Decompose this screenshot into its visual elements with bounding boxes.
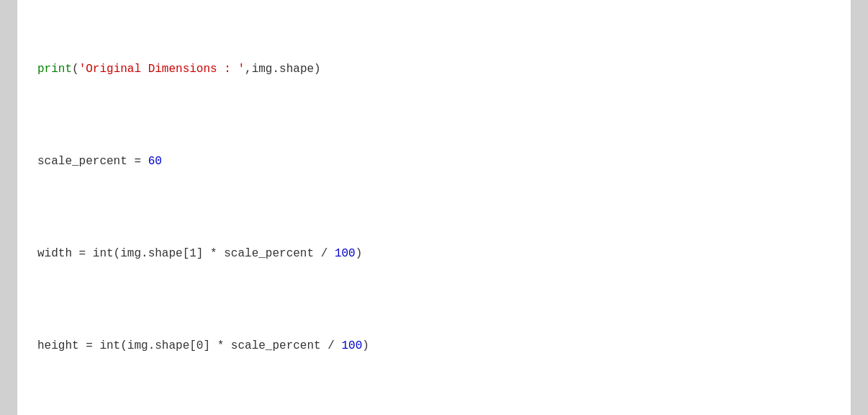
code-text: scale_percent =: [37, 155, 148, 168]
number-literal: 100: [335, 247, 356, 260]
code-line-6: width = int(img.shape[1] * scale_percent…: [37, 242, 831, 265]
code-editor: import cv2 #please enter path of image f…: [17, 0, 851, 415]
code-text: (: [72, 63, 79, 76]
code-text: ): [362, 339, 369, 352]
code-line-7: height = int(img.shape[0] * scale_percen…: [37, 334, 831, 357]
code-text: ): [356, 247, 363, 260]
string-literal: 'Original Dimensions : ': [79, 63, 245, 76]
code-content: import cv2 #please enter path of image f…: [37, 0, 831, 415]
code-line-5: scale_percent = 60: [37, 150, 831, 173]
keyword-print: print: [37, 63, 72, 76]
code-text: width = int(img.shape[1] * scale_percent…: [37, 247, 335, 260]
code-text: ,img.shape): [245, 63, 321, 76]
number-literal: 100: [341, 339, 362, 352]
code-line-4: print('Original Dimensions : ',img.shape…: [37, 58, 831, 81]
number-literal: 60: [148, 155, 162, 168]
code-text: height = int(img.shape[0] * scale_percen…: [37, 339, 341, 352]
